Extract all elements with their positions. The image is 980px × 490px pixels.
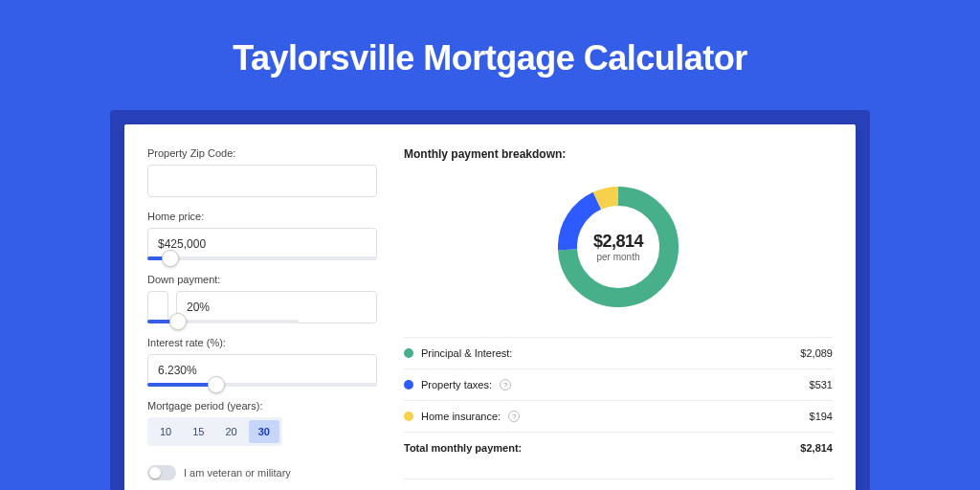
rate-slider[interactable] — [147, 383, 377, 387]
rate-field: Interest rate (%): — [147, 337, 377, 387]
legend-value: $531 — [810, 379, 833, 390]
amortization-heading: Amortization for mortgage loan — [404, 479, 833, 490]
breakdown-panel: Monthly payment breakdown: $2,814 per mo… — [404, 147, 833, 490]
form-panel: Property Zip Code: Home price: Down paym… — [147, 147, 377, 490]
legend-total-row: Total monthly payment:$2,814 — [404, 432, 833, 463]
legend-value: $194 — [810, 411, 833, 422]
period-option-30[interactable]: 30 — [249, 420, 279, 443]
calculator-card: Property Zip Code: Home price: Down paym… — [124, 124, 856, 490]
period-segmented[interactable]: 10152030 — [147, 417, 282, 446]
legend-label: Principal & Interest: — [421, 347, 512, 359]
total-label: Total monthly payment: — [404, 442, 522, 454]
period-field: Mortgage period (years): 10152030 — [147, 400, 377, 446]
legend-list: Principal & Interest:$2,089Property taxe… — [404, 337, 833, 463]
breakdown-heading: Monthly payment breakdown: — [404, 147, 833, 161]
legend-label: Home insurance: — [421, 411, 501, 422]
period-option-10[interactable]: 10 — [150, 420, 181, 443]
down-payment-label: Down payment: — [147, 274, 377, 285]
veteran-toggle[interactable] — [147, 465, 176, 480]
info-icon[interactable]: ? — [508, 411, 520, 422]
veteran-toggle-row: I am veteran or military — [147, 465, 377, 480]
down-payment-input[interactable] — [147, 291, 168, 323]
rate-input[interactable] — [147, 354, 377, 387]
legend-label: Property taxes: — [421, 379, 492, 390]
zip-input[interactable] — [147, 165, 377, 197]
donut-chart-area: $2,814 per month — [404, 176, 833, 322]
slider-thumb-icon[interactable] — [169, 313, 187, 330]
total-value: $2,814 — [800, 442, 833, 454]
home-price-slider[interactable] — [147, 256, 377, 260]
home-price-field: Home price: — [147, 211, 377, 260]
down-payment-pct-input[interactable] — [176, 291, 377, 323]
zip-label: Property Zip Code: — [147, 147, 377, 159]
legend-dot-icon — [404, 348, 413, 358]
slider-thumb-icon[interactable] — [208, 376, 225, 393]
legend-dot-icon — [404, 380, 413, 390]
donut-amount: $2,814 — [593, 232, 643, 252]
legend-row: Principal & Interest:$2,089 — [404, 337, 833, 368]
period-option-15[interactable]: 15 — [183, 420, 213, 443]
home-price-label: Home price: — [147, 211, 377, 222]
down-payment-field: Down payment: — [147, 274, 377, 323]
period-option-20[interactable]: 20 — [216, 420, 247, 443]
donut-chart: $2,814 per month — [551, 180, 685, 314]
page-title: Taylorsville Mortgage Calculator — [0, 0, 980, 96]
slider-thumb-icon[interactable] — [162, 250, 179, 267]
info-icon[interactable]: ? — [500, 379, 511, 390]
veteran-label: I am veteran or military — [184, 467, 291, 479]
rate-label: Interest rate (%): — [147, 337, 377, 348]
home-price-input[interactable] — [147, 228, 377, 260]
down-payment-slider[interactable] — [147, 320, 377, 323]
legend-value: $2,089 — [800, 347, 833, 359]
legend-dot-icon — [404, 412, 413, 421]
donut-sub: per month — [596, 252, 639, 262]
legend-row: Property taxes:?$531 — [404, 368, 833, 400]
zip-field: Property Zip Code: — [147, 147, 377, 197]
period-label: Mortgage period (years): — [147, 400, 377, 412]
legend-row: Home insurance:?$194 — [404, 400, 833, 432]
toggle-knob-icon — [149, 467, 161, 479]
donut-center: $2,814 per month — [551, 180, 685, 314]
